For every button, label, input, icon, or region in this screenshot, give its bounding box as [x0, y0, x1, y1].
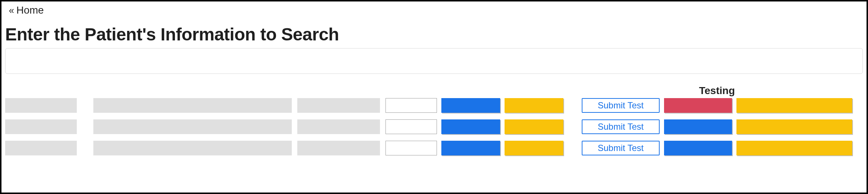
placeholder-cell — [297, 98, 380, 113]
row-input[interactable] — [385, 98, 437, 113]
submit-test-button[interactable]: Submit Test — [582, 119, 660, 134]
row-action-yellow-wide[interactable] — [736, 98, 852, 113]
row-input[interactable] — [385, 119, 437, 134]
placeholder-cell — [297, 141, 380, 155]
testing-section-header: Testing — [582, 85, 852, 97]
submit-test-button[interactable]: Submit Test — [582, 98, 660, 113]
placeholder-cell — [297, 119, 380, 134]
placeholder-cell — [93, 141, 292, 155]
submit-test-button[interactable]: Submit Test — [582, 141, 660, 155]
row-status-button[interactable] — [664, 98, 732, 113]
placeholder-cell — [5, 98, 77, 113]
row-input[interactable] — [385, 141, 437, 155]
row-status-button[interactable] — [664, 119, 732, 134]
breadcrumb-home[interactable]: « Home — [9, 4, 44, 16]
testing-header-row: Testing — [5, 85, 863, 97]
row-action-yellow[interactable] — [505, 141, 563, 155]
row-action-blue[interactable] — [441, 141, 500, 155]
row-action-yellow-wide[interactable] — [736, 119, 852, 134]
placeholder-cell — [5, 119, 77, 134]
row-action-yellow-wide[interactable] — [736, 141, 852, 155]
row-action-yellow[interactable] — [505, 98, 563, 113]
row-action-yellow[interactable] — [505, 119, 563, 134]
placeholder-cell — [93, 98, 292, 113]
placeholder-cell — [93, 119, 292, 134]
row-status-button[interactable] — [664, 141, 732, 155]
placeholder-cell — [5, 141, 77, 155]
page-title: Enter the Patient's Information to Searc… — [5, 24, 863, 44]
chevron-left-icon: « — [9, 6, 14, 15]
row-action-blue[interactable] — [441, 98, 500, 113]
results-grid: Submit Test Submit Test — [5, 98, 863, 155]
patient-search-input[interactable] — [5, 48, 863, 74]
app-frame: « Home Enter the Patient's Information t… — [0, 0, 868, 194]
row-action-blue[interactable] — [441, 119, 500, 134]
breadcrumb-label: Home — [16, 4, 44, 16]
